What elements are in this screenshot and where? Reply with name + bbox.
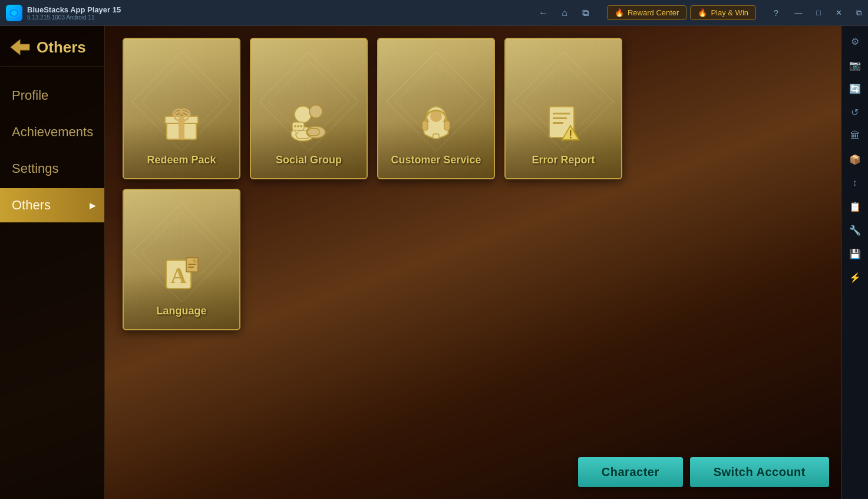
svg-rect-27 — [553, 117, 567, 119]
sidebar-item-settings[interactable]: Settings — [0, 152, 104, 186]
reward-fire-icon: 🔥 — [615, 8, 624, 17]
svg-point-9 — [295, 106, 311, 123]
sidebar-item-achievements[interactable]: Achievements — [0, 115, 104, 149]
language-label: Language — [156, 305, 206, 317]
sidebar-item-others[interactable]: Others — [0, 188, 104, 222]
page-title: Others — [37, 38, 86, 57]
play-win-label: Play & Win — [711, 8, 748, 17]
svg-point-17 — [294, 125, 296, 127]
svg-point-31 — [570, 137, 572, 139]
rp-package-icon[interactable]: 📦 — [844, 149, 866, 170]
play-win-button[interactable]: 🔥 Play & Win — [690, 5, 756, 20]
social-group-label: Social Group — [276, 154, 342, 166]
error-report-icon — [540, 100, 587, 147]
svg-rect-24 — [433, 134, 439, 139]
svg-rect-26 — [553, 113, 570, 114]
left-sidebar: Others Profile Achievements Settings Oth… — [0, 26, 105, 499]
back-button[interactable]: ← — [534, 4, 553, 22]
switch-account-button[interactable]: Switch Account — [690, 457, 829, 487]
reward-center-label: Reward Center — [628, 8, 679, 17]
page-back-arrow[interactable] — [9, 37, 31, 58]
character-button[interactable]: Character — [578, 457, 683, 487]
sidebar-item-profile[interactable]: Profile — [0, 78, 104, 113]
titlebar-left: BlueStacks App Player 15 5.13.215.1003 A… — [0, 5, 529, 21]
rp-sync-icon[interactable]: 🔄 — [844, 78, 866, 99]
svg-text:A: A — [170, 263, 187, 288]
cards-row-1: Redeem Pack — [123, 38, 823, 179]
titlebar-right: 🔥 Reward Center 🔥 Play & Win — [600, 5, 763, 20]
error-report-label: Error Report — [532, 154, 595, 166]
play-win-icon: 🔥 — [698, 8, 707, 17]
rp-building-icon[interactable]: 🏛 — [844, 125, 866, 146]
right-panel: ⚙ 📷 🔄 ↺ 🏛 📦 ↕ 📋 🔧 💾 ⚡ — [841, 26, 868, 499]
cards-row-2: A Language — [123, 189, 823, 330]
fullscreen-button[interactable]: ⧉ — [849, 4, 868, 22]
redeem-pack-label: Redeem Pack — [147, 154, 216, 166]
titlebar: BlueStacks App Player 15 5.13.215.1003 A… — [0, 0, 868, 26]
social-group-card[interactable]: Social Group — [250, 38, 368, 179]
titlebar-icons: ? — [763, 5, 789, 21]
minimize-button[interactable]: — — [789, 4, 808, 22]
error-report-card[interactable]: Error Report — [504, 38, 622, 179]
social-group-icon — [285, 100, 332, 147]
rp-resize-icon[interactable]: ↕ — [844, 172, 866, 193]
nav-items: Profile Achievements Settings Others — [0, 67, 104, 499]
home-button[interactable]: ⌂ — [555, 4, 574, 22]
bluestacks-logo — [6, 5, 22, 21]
rp-clipboard-icon[interactable]: 📋 — [844, 196, 866, 217]
app-name: BlueStacks App Player 15 — [27, 5, 121, 14]
redeem-pack-card[interactable]: Redeem Pack — [123, 38, 240, 179]
app-version: 5.13.215.1003 Android 11 — [27, 14, 121, 21]
rp-tool-icon[interactable]: 🔧 — [844, 219, 866, 241]
reward-center-button[interactable]: 🔥 Reward Center — [607, 5, 687, 20]
rp-rotate-icon[interactable]: ↺ — [844, 101, 866, 123]
rp-camera-icon[interactable]: 📷 — [844, 54, 866, 75]
svg-rect-36 — [188, 264, 196, 265]
help-button[interactable]: ? — [768, 5, 784, 21]
svg-rect-23 — [444, 121, 450, 130]
close-button[interactable]: ✕ — [829, 4, 848, 22]
svg-point-10 — [309, 105, 322, 118]
customer-service-card[interactable]: Customer Service — [377, 38, 495, 179]
svg-point-19 — [300, 125, 302, 127]
svg-rect-14 — [308, 129, 319, 136]
svg-point-18 — [297, 125, 299, 127]
svg-rect-37 — [188, 267, 194, 268]
svg-rect-22 — [423, 121, 428, 130]
page-header: Others — [0, 26, 104, 67]
gift-icon — [158, 100, 205, 147]
language-icon: A — [158, 251, 205, 298]
svg-rect-5 — [179, 116, 184, 139]
rp-save-icon[interactable]: 💾 — [844, 243, 866, 264]
game-area: Others Profile Achievements Settings Oth… — [0, 26, 841, 499]
rp-settings-icon[interactable]: ⚙ — [844, 31, 866, 52]
multi-button[interactable]: ⧉ — [576, 4, 595, 22]
window-controls: — □ ✕ ⧉ — [789, 4, 868, 22]
maximize-button[interactable]: □ — [809, 4, 828, 22]
svg-marker-2 — [11, 40, 29, 55]
rp-power-icon[interactable]: ⚡ — [844, 267, 866, 288]
content-area: Redeem Pack — [105, 26, 841, 499]
bottom-bar: Character Switch Account — [578, 457, 829, 487]
app-title-block: BlueStacks App Player 15 5.13.215.1003 A… — [27, 5, 121, 21]
svg-rect-28 — [553, 122, 563, 124]
customer-service-icon — [412, 100, 460, 147]
customer-service-label: Customer Service — [391, 154, 481, 166]
language-card[interactable]: A Language — [123, 189, 240, 330]
svg-rect-30 — [570, 130, 572, 136]
titlebar-nav: ← ⌂ ⧉ — [529, 4, 600, 22]
